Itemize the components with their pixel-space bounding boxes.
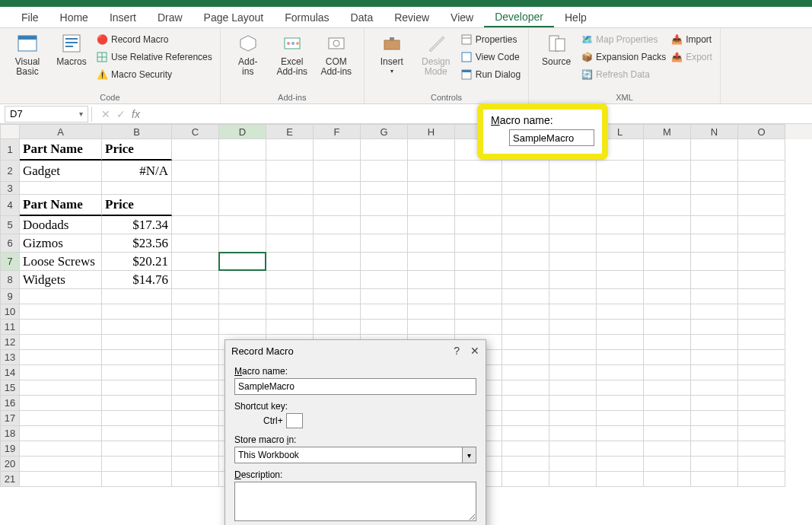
- cell[interactable]: [20, 411, 102, 426]
- col-header-C[interactable]: C: [172, 124, 219, 139]
- cell[interactable]: [738, 411, 785, 426]
- cell[interactable]: [738, 304, 785, 320]
- cell[interactable]: [172, 161, 219, 182]
- cell[interactable]: [502, 350, 549, 365]
- cell[interactable]: [172, 320, 219, 335]
- cell[interactable]: [549, 271, 597, 289]
- cell-data[interactable]: Price: [102, 139, 172, 161]
- cell[interactable]: [361, 139, 408, 161]
- map-properties-button[interactable]: 🗺️Map Properties: [581, 31, 666, 48]
- cell[interactable]: [102, 396, 172, 411]
- cell[interactable]: [597, 271, 644, 289]
- cell[interactable]: [691, 472, 738, 487]
- cell[interactable]: [597, 441, 644, 457]
- cell[interactable]: [408, 216, 455, 234]
- cell[interactable]: [644, 426, 691, 441]
- cell[interactable]: [172, 195, 219, 216]
- cell[interactable]: [549, 253, 597, 271]
- visual-basic-button[interactable]: Visual Basic: [8, 31, 47, 77]
- fx-icon[interactable]: fx: [132, 108, 140, 120]
- cell[interactable]: [172, 289, 219, 304]
- cell[interactable]: [502, 441, 549, 457]
- cell[interactable]: [20, 426, 102, 441]
- col-header-B[interactable]: B: [102, 124, 172, 139]
- cell[interactable]: [266, 161, 314, 182]
- cell[interactable]: [102, 289, 172, 304]
- record-macro-button[interactable]: 🔴Record Macro: [96, 31, 212, 48]
- cell[interactable]: [549, 216, 597, 234]
- cell[interactable]: [266, 320, 314, 335]
- col-header-E[interactable]: E: [266, 124, 314, 139]
- cell[interactable]: [644, 234, 691, 253]
- cell[interactable]: [20, 396, 102, 411]
- cell[interactable]: [314, 304, 361, 320]
- cell[interactable]: [644, 396, 691, 411]
- description-input[interactable]: [234, 482, 476, 521]
- tab-developer[interactable]: Developer: [484, 7, 554, 27]
- cell[interactable]: [266, 216, 314, 234]
- cell-data[interactable]: Loose Screws: [20, 253, 102, 271]
- row-header-7[interactable]: 7: [0, 253, 20, 271]
- cell[interactable]: [266, 195, 314, 216]
- cell[interactable]: [408, 182, 455, 195]
- cell[interactable]: [266, 253, 314, 271]
- cell[interactable]: [172, 182, 219, 195]
- cell[interactable]: [691, 253, 738, 271]
- cell[interactable]: [172, 253, 219, 271]
- cell[interactable]: [691, 271, 738, 289]
- cell[interactable]: [502, 411, 549, 426]
- tab-data[interactable]: Data: [340, 7, 384, 27]
- col-header-M[interactable]: M: [644, 124, 691, 139]
- row-header-20[interactable]: 20: [0, 457, 20, 472]
- row-header-8[interactable]: 8: [0, 271, 20, 289]
- cell[interactable]: [502, 289, 549, 304]
- cell[interactable]: [549, 441, 597, 457]
- cell[interactable]: [738, 365, 785, 380]
- cell[interactable]: [20, 304, 102, 320]
- cell[interactable]: [219, 253, 266, 271]
- cell[interactable]: [502, 426, 549, 441]
- cell[interactable]: [172, 271, 219, 289]
- row-header-15[interactable]: 15: [0, 380, 20, 396]
- cell[interactable]: [20, 182, 102, 195]
- cell[interactable]: [408, 320, 455, 335]
- cell[interactable]: [314, 271, 361, 289]
- cell[interactable]: [219, 195, 266, 216]
- cell[interactable]: [738, 457, 785, 472]
- chevron-down-icon[interactable]: ▾: [462, 447, 476, 463]
- cell[interactable]: [455, 320, 502, 335]
- cell[interactable]: [455, 216, 502, 234]
- tab-home[interactable]: Home: [49, 7, 99, 27]
- cell[interactable]: [644, 380, 691, 396]
- cell[interactable]: [20, 350, 102, 365]
- col-header-O[interactable]: O: [738, 124, 785, 139]
- cell[interactable]: [691, 216, 738, 234]
- expansion-packs-button[interactable]: 📦Expansion Packs: [581, 49, 666, 65]
- tab-review[interactable]: Review: [384, 7, 440, 27]
- row-header-14[interactable]: 14: [0, 365, 20, 380]
- cell[interactable]: [219, 320, 266, 335]
- cell[interactable]: [597, 216, 644, 234]
- cell[interactable]: [172, 139, 219, 161]
- cell[interactable]: [361, 161, 408, 182]
- cell[interactable]: [502, 320, 549, 335]
- cell[interactable]: [172, 396, 219, 411]
- cell[interactable]: [738, 253, 785, 271]
- cell[interactable]: [644, 195, 691, 216]
- cell[interactable]: [172, 216, 219, 234]
- cell[interactable]: [549, 182, 597, 195]
- cell[interactable]: [691, 182, 738, 195]
- refresh-data-button[interactable]: 🔄Refresh Data: [581, 66, 666, 83]
- cell[interactable]: [691, 234, 738, 253]
- cell[interactable]: [644, 216, 691, 234]
- cell[interactable]: [644, 320, 691, 335]
- cell[interactable]: [691, 335, 738, 350]
- cell-data[interactable]: Widgets: [20, 271, 102, 289]
- cell[interactable]: [102, 350, 172, 365]
- cell[interactable]: [172, 472, 219, 487]
- row-header-21[interactable]: 21: [0, 472, 20, 487]
- cell[interactable]: [549, 411, 597, 426]
- cell[interactable]: [266, 289, 314, 304]
- cell[interactable]: [691, 396, 738, 411]
- design-mode-button[interactable]: Design Mode: [416, 31, 456, 77]
